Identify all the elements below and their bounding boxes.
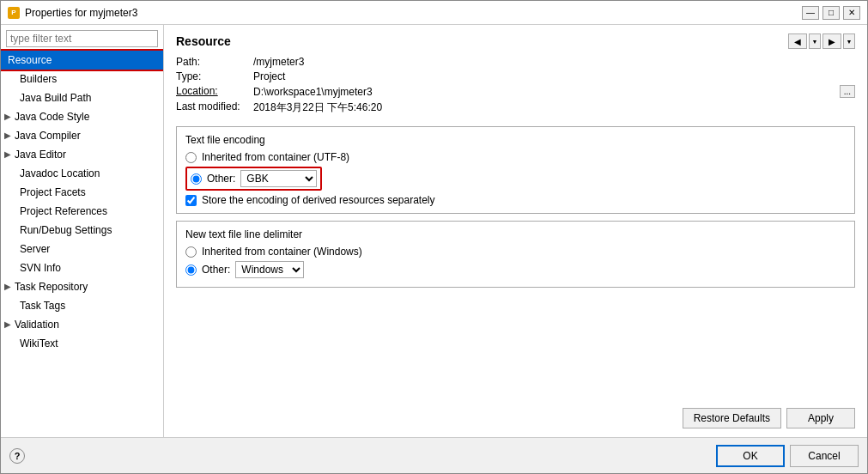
content-area: Resource Builders Java Build Path ▶ Java… xyxy=(1,25,867,437)
sidebar-item-label: Java Build Path xyxy=(20,90,91,106)
line-delimiter-section: New text file line delimiter Inherited f… xyxy=(176,221,855,288)
sidebar-item-label: Resource xyxy=(8,52,52,68)
sidebar-item-java-code-style[interactable]: ▶ Java Code Style xyxy=(1,107,163,126)
info-table: Path: /myjmeter3 Type: Project Location:… xyxy=(176,56,855,118)
main-window: P Properties for myjmeter3 — □ ✕ Resourc… xyxy=(0,0,868,474)
main-header: Resource ◀ ▼ ▶ ▼ xyxy=(176,33,855,49)
bottom-right-buttons: OK Cancel xyxy=(716,445,859,467)
sidebar-item-project-facets[interactable]: Project Facets xyxy=(1,183,163,202)
apply-button[interactable]: Apply xyxy=(786,408,855,428)
title-bar-left: P Properties for myjmeter3 xyxy=(8,7,137,19)
panel-buttons: Restore Defaults Apply xyxy=(176,401,855,428)
type-row: Type: Project xyxy=(176,70,855,82)
sidebar-item-label: Task Tags xyxy=(20,298,65,313)
sidebar-item-label: Server xyxy=(20,241,50,257)
window-icon: P xyxy=(8,7,20,19)
last-modified-label: Last modified: xyxy=(176,100,253,112)
inherited-encoding-radio[interactable] xyxy=(185,152,197,163)
other-delimiter-row: Other: Windows Unix Mac OS 9 xyxy=(185,261,846,278)
sidebar-item-builders[interactable]: Builders xyxy=(1,70,163,88)
sidebar-item-task-tags[interactable]: Task Tags xyxy=(1,296,163,315)
delimiter-select[interactable]: Windows Unix Mac OS 9 xyxy=(235,261,304,278)
bottom-bar: ? OK Cancel xyxy=(1,437,867,473)
sidebar-item-label: Run/Debug Settings xyxy=(20,222,112,238)
title-bar: P Properties for myjmeter3 — □ ✕ xyxy=(1,1,867,25)
maximize-button[interactable]: □ xyxy=(822,6,840,20)
line-delimiter-title: New text file line delimiter xyxy=(185,228,846,240)
sidebar-item-label: Project Facets xyxy=(20,185,86,200)
inherited-encoding-row: Inherited from container (UTF-8) xyxy=(185,151,846,163)
last-modified-value: 2018年3月22日 下午5:46:20 xyxy=(253,100,855,115)
sidebar-item-label: Project References xyxy=(20,204,107,219)
sidebar-item-java-build-path[interactable]: Java Build Path xyxy=(1,88,163,107)
back-dropdown-button[interactable]: ▼ xyxy=(809,33,821,49)
inherited-encoding-label: Inherited from container (UTF-8) xyxy=(202,151,349,163)
encoding-section: Text file encoding Inherited from contai… xyxy=(176,126,855,214)
inherited-delimiter-label: Inherited from container (Windows) xyxy=(202,246,362,258)
sidebar-item-label: Java Compiler xyxy=(15,128,81,143)
sidebar: Resource Builders Java Build Path ▶ Java… xyxy=(1,25,164,437)
expand-arrow-icon: ▶ xyxy=(4,128,11,143)
sidebar-item-label: Javadoc Location xyxy=(20,166,100,181)
expand-arrow-icon: ▶ xyxy=(4,317,11,332)
other-encoding-radio[interactable] xyxy=(191,173,202,185)
other-encoding-label: Other: xyxy=(207,173,235,185)
sidebar-item-label: Validation xyxy=(15,317,59,332)
expand-arrow-icon: ▶ xyxy=(4,147,11,162)
store-encoding-row: Store the encoding of derived resources … xyxy=(185,194,846,206)
location-browse-button[interactable]: ... xyxy=(840,85,855,98)
other-encoding-outlined: Other: GBK UTF-8 UTF-16 ISO-8859-1 xyxy=(185,167,322,191)
expand-arrow-icon: ▶ xyxy=(4,109,11,125)
other-delimiter-label: Other: xyxy=(202,264,230,276)
store-encoding-label: Store the encoding of derived resources … xyxy=(202,194,435,206)
location-label: Location: xyxy=(176,85,253,97)
sidebar-item-label: Builders xyxy=(20,71,57,87)
nav-controls: ◀ ▼ ▶ ▼ xyxy=(788,33,855,49)
filter-input[interactable] xyxy=(6,30,158,47)
sidebar-item-run-debug-settings[interactable]: Run/Debug Settings xyxy=(1,221,163,240)
path-value: /myjmeter3 xyxy=(253,56,855,68)
minimize-button[interactable]: — xyxy=(802,6,819,20)
location-value-row: D:\workspace1\myjmeter3 ... xyxy=(253,85,855,98)
forward-button[interactable]: ▶ xyxy=(822,33,841,49)
sidebar-item-task-repository[interactable]: ▶ Task Repository xyxy=(1,277,163,296)
sidebar-item-svn-info[interactable]: SVN Info xyxy=(1,258,163,277)
type-value: Project xyxy=(253,70,855,82)
sidebar-item-label: Task Repository xyxy=(15,279,88,295)
location-value: D:\workspace1\myjmeter3 xyxy=(253,86,836,98)
close-button[interactable]: ✕ xyxy=(843,6,860,20)
store-encoding-checkbox[interactable] xyxy=(185,195,197,206)
sidebar-item-wikitext[interactable]: WikiText xyxy=(1,334,163,353)
back-button[interactable]: ◀ xyxy=(788,33,807,49)
other-encoding-row: Other: GBK UTF-8 UTF-16 ISO-8859-1 xyxy=(185,167,846,191)
sidebar-item-validation[interactable]: ▶ Validation xyxy=(1,315,163,334)
type-label: Type: xyxy=(176,70,253,82)
sidebar-item-label: Java Editor xyxy=(15,147,66,162)
forward-dropdown-button[interactable]: ▼ xyxy=(843,33,855,49)
inherited-delimiter-row: Inherited from container (Windows) xyxy=(185,246,846,258)
sidebar-item-label: SVN Info xyxy=(20,260,61,276)
panel-title: Resource xyxy=(176,34,788,48)
encoding-section-title: Text file encoding xyxy=(185,134,846,146)
sidebar-item-java-compiler[interactable]: ▶ Java Compiler xyxy=(1,126,163,145)
sidebar-item-label: WikiText xyxy=(20,336,58,351)
path-label: Path: xyxy=(176,56,253,68)
last-modified-row: Last modified: 2018年3月22日 下午5:46:20 xyxy=(176,100,855,115)
restore-defaults-button[interactable]: Restore Defaults xyxy=(683,408,781,428)
sidebar-item-server[interactable]: Server xyxy=(1,240,163,258)
cancel-button[interactable]: Cancel xyxy=(790,445,859,467)
sidebar-item-label: Java Code Style xyxy=(15,109,89,125)
help-button[interactable]: ? xyxy=(9,448,25,464)
sidebar-item-project-references[interactable]: Project References xyxy=(1,202,163,221)
sidebar-item-java-editor[interactable]: ▶ Java Editor xyxy=(1,145,163,164)
path-row: Path: /myjmeter3 xyxy=(176,56,855,68)
other-delimiter-radio[interactable] xyxy=(185,264,197,276)
sidebar-item-javadoc-location[interactable]: Javadoc Location xyxy=(1,164,163,183)
location-row: Location: D:\workspace1\myjmeter3 ... xyxy=(176,85,855,98)
ok-button[interactable]: OK xyxy=(716,445,785,467)
expand-arrow-icon: ▶ xyxy=(4,279,11,295)
main-panel: Resource ◀ ▼ ▶ ▼ Path: /myjmeter3 Type: … xyxy=(164,25,867,437)
sidebar-item-resource[interactable]: Resource xyxy=(1,51,163,70)
inherited-delimiter-radio[interactable] xyxy=(185,246,197,258)
encoding-select[interactable]: GBK UTF-8 UTF-16 ISO-8859-1 xyxy=(240,170,317,187)
